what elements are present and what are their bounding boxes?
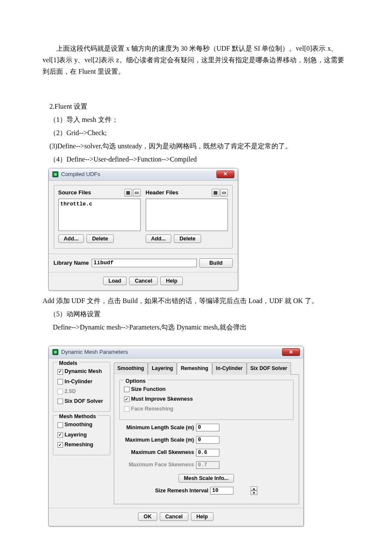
tab-smoothing[interactable]: Smoothing (114, 362, 148, 374)
help-button[interactable]: Help (191, 512, 213, 521)
library-name-label: Library Name (54, 258, 89, 268)
paragraph-intro: 上面这段代码就是设置 x 轴方向的速度为 30 米每秒（UDF 默认是 SI 单… (43, 43, 349, 78)
smoothing-checkbox[interactable]: Smoothing (58, 420, 106, 430)
cancel-button[interactable]: Cancel (160, 512, 188, 521)
checkbox-icon (58, 422, 63, 428)
min-length-label: Minimum Length Scale (m) (119, 423, 196, 432)
six-dof-checkbox[interactable]: Six DOF Solver (58, 396, 106, 406)
source-add-button[interactable]: Add... (58, 234, 84, 243)
fluent-icon (52, 171, 59, 178)
size-remesh-label: Size Remesh Interval (155, 486, 210, 495)
checkbox-icon (58, 379, 63, 384)
source-delete-button[interactable]: Delete (86, 234, 114, 243)
step-4: （4）Define-->User-defined-->Function-->Co… (49, 153, 349, 165)
header-files-list[interactable] (146, 199, 228, 231)
cancel-button[interactable]: Cancel (129, 277, 158, 285)
in-cylinder-checkbox[interactable]: In-Cylinder (58, 377, 106, 387)
header-add-button[interactable]: Add... (146, 234, 172, 243)
close-button[interactable]: ✕ (282, 348, 300, 356)
step-5: （5）动网格设置 (49, 308, 349, 320)
svg-rect-2 (54, 173, 57, 176)
mesh-scale-info-button[interactable]: Mesh Scale Info... (179, 474, 234, 483)
checkbox-icon (124, 387, 130, 392)
step-2: （2）Grid-->Check; (49, 127, 349, 139)
after-udf-note: Add 添加 UDF 文件，点击 Build，如果不出错的话，等编译完后点击 L… (43, 295, 349, 306)
dialog-title: Dynamic Mesh Parameters (61, 347, 280, 357)
header-files-label: Header Files (146, 188, 179, 197)
spinner-down-icon[interactable]: ▼ (251, 491, 257, 495)
max-length-input[interactable] (196, 436, 219, 444)
min-length-input[interactable] (196, 424, 219, 431)
deselect-all-icon[interactable]: ▭ (220, 189, 228, 197)
titlebar: Compiled UDFs ✕ (49, 168, 238, 181)
remeshing-panel: Options Size Function Must Improve Skewn… (114, 375, 299, 504)
select-all-icon[interactable]: ▤ (124, 189, 132, 197)
max-cell-skew-label: Maximum Cell Skewness (119, 448, 196, 457)
models-label: Models (58, 359, 79, 368)
tab-in-cylinder[interactable]: In-Cylinder (212, 362, 247, 374)
deselect-all-icon[interactable]: ▭ (133, 189, 141, 197)
checkbox-icon (58, 369, 63, 375)
2p5d-checkbox: 2.5D (58, 387, 106, 396)
dialog-title: Compiled UDFs (61, 170, 214, 179)
library-name-input[interactable] (92, 259, 197, 267)
options-label: Options (124, 377, 147, 386)
tab-layering[interactable]: Layering (148, 362, 177, 374)
source-files-label: Source Files (58, 188, 91, 197)
remeshing-checkbox[interactable]: Remeshing (58, 440, 106, 450)
layering-checkbox[interactable]: Layering (58, 430, 106, 440)
close-icon: ✕ (289, 348, 293, 356)
load-button[interactable]: Load (103, 277, 127, 285)
select-all-icon[interactable]: ▤ (212, 189, 219, 197)
close-icon: ✕ (223, 170, 228, 178)
tab-bar: Smoothing Layering Remeshing In-Cylinder… (114, 362, 299, 374)
titlebar: Dynamic Mesh Parameters ✕ (49, 346, 303, 358)
checkbox-icon (124, 396, 130, 402)
help-button[interactable]: Help (160, 277, 183, 285)
close-button[interactable]: ✕ (216, 171, 234, 178)
step-1: （1）导入 mesh 文件； (49, 114, 349, 125)
header-delete-button[interactable]: Delete (174, 234, 201, 243)
mesh-methods-label: Mesh Methods (58, 412, 98, 421)
compiled-udfs-dialog: Compiled UDFs ✕ Source Files ▤ ▭ (48, 168, 238, 291)
checkbox-icon (124, 406, 130, 412)
step-5-line: Define-->Dynamic mesh-->Parameters,勾选 Dy… (53, 321, 349, 333)
dynamic-mesh-dialog: Dynamic Mesh Parameters ✕ Models Dynamic… (48, 346, 304, 526)
fluent-icon (52, 349, 59, 356)
size-remesh-spinner[interactable]: ▲ ▼ (251, 486, 257, 495)
dynamic-mesh-checkbox[interactable]: Dynamic Mesh (58, 367, 106, 376)
checkbox-icon (58, 442, 63, 448)
list-item[interactable]: throttle.c (61, 200, 138, 209)
svg-rect-5 (54, 351, 57, 353)
max-face-skew-label: Maximum Face Skewness (119, 460, 196, 469)
tab-six-dof[interactable]: Six DOF Solver (247, 362, 291, 374)
max-cell-skew-input[interactable] (196, 449, 219, 457)
checkbox-icon (58, 399, 63, 404)
step-3: (3)Define-->solver,勾选 unsteady，因为是动网格吗，既… (49, 140, 349, 152)
face-remeshing-checkbox: Face Remeshing (124, 404, 289, 414)
max-face-skew-input (196, 461, 219, 469)
section-2-title: 2.Fluent 设置 (49, 101, 349, 112)
max-length-label: Maximum Length Scale (m) (119, 436, 196, 445)
tab-remeshing[interactable]: Remeshing (177, 362, 212, 374)
checkbox-icon (58, 389, 63, 394)
size-remesh-input[interactable] (210, 487, 233, 494)
must-improve-checkbox[interactable]: Must Improve Skewness (124, 394, 289, 404)
build-button[interactable]: Build (199, 258, 232, 268)
checkbox-icon (58, 432, 63, 438)
ok-button[interactable]: OK (138, 512, 157, 521)
size-function-checkbox[interactable]: Size Function (124, 384, 289, 394)
source-files-list[interactable]: throttle.c (58, 199, 141, 231)
